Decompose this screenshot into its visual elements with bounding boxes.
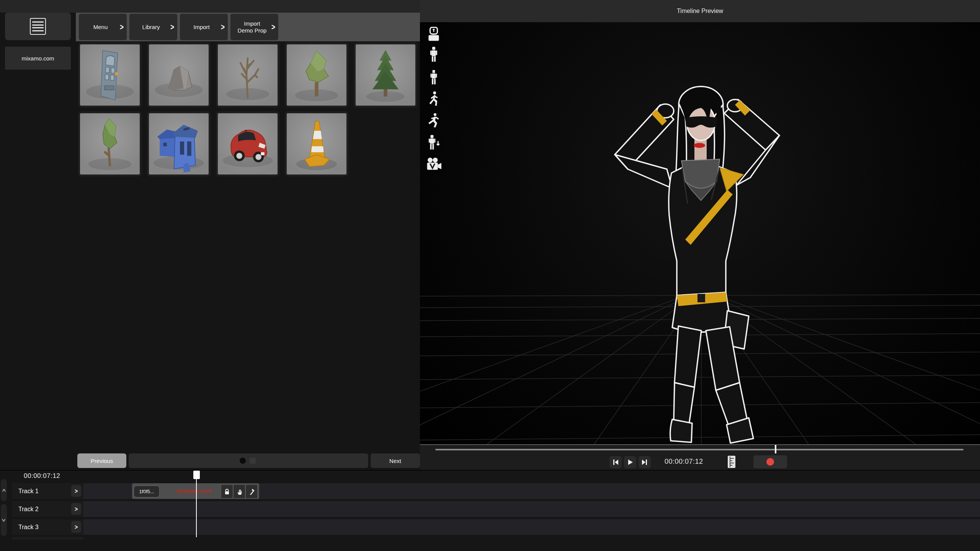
- next-label: Next: [389, 458, 401, 464]
- previous-button[interactable]: Previous: [77, 453, 126, 468]
- viewport-header: Timeline Preview: [420, 0, 980, 22]
- track-header-1[interactable]: Track 1 >: [12, 483, 83, 499]
- play-button[interactable]: [624, 456, 636, 468]
- ruler-icon[interactable]: [727, 455, 737, 468]
- prop-thumbnail-leafy-tree[interactable]: [285, 42, 348, 108]
- prop-thumbnail-blue-house[interactable]: [147, 111, 211, 176]
- track-3-label: Track 3: [18, 524, 39, 531]
- character-model[interactable]: [585, 81, 815, 445]
- menu-button[interactable]: Menu >: [79, 14, 127, 40]
- timeline-timecode: 00:00:07:12: [24, 472, 60, 480]
- prop-thumbnail-pine-tree[interactable]: [354, 42, 417, 108]
- chevron-right-icon: >: [271, 22, 275, 32]
- running-person-icon[interactable]: [425, 111, 443, 130]
- hand-icon[interactable]: [233, 484, 245, 499]
- library-button[interactable]: Library >: [129, 14, 177, 40]
- skip-start-button[interactable]: [609, 456, 622, 468]
- standing-person-icon[interactable]: [425, 45, 443, 64]
- prop-thumbnail-door[interactable]: [78, 42, 142, 108]
- track-2-label: Track 2: [18, 506, 39, 513]
- prop-thumbnail-round-tree[interactable]: [78, 111, 142, 176]
- menu-button-label: Menu: [93, 24, 108, 30]
- video-camera-icon[interactable]: [425, 155, 443, 173]
- person-exit-down-icon[interactable]: [425, 133, 443, 152]
- animation-clip[interactable]: 1f0f5... mixamo.com: [132, 483, 259, 499]
- track-2-expand-button[interactable]: >: [71, 503, 81, 515]
- app-window: Timeline Preview mixamo.com Menu > Libra…: [0, 0, 980, 551]
- page-dot-empty: [250, 458, 256, 464]
- track-1-expand-button[interactable]: >: [71, 485, 81, 497]
- track-lane-2[interactable]: [12, 501, 980, 517]
- site-label-text: mixamo.com: [21, 55, 54, 62]
- track-scroll-up-button[interactable]: >: [1, 479, 7, 501]
- lock-icon[interactable]: [221, 484, 233, 499]
- next-button[interactable]: Next: [371, 453, 420, 468]
- track-1-label: Track 1: [18, 488, 39, 495]
- walking-person-icon[interactable]: [425, 90, 443, 108]
- chevron-right-icon: >: [221, 22, 225, 32]
- skip-end-button[interactable]: [639, 456, 651, 468]
- site-label: mixamo.com: [5, 47, 71, 70]
- library-button-label: Library: [142, 24, 160, 30]
- import-button[interactable]: Import >: [180, 14, 228, 40]
- timeline-playhead-handle[interactable]: [193, 471, 200, 479]
- track-scroll-down-button[interactable]: >: [1, 504, 7, 536]
- import-demo-prop-button[interactable]: Import Demo Prop >: [230, 14, 278, 40]
- viewport-timecode: 00:00:07:12: [665, 458, 713, 466]
- prop-thumbnail-traffic-cone[interactable]: [285, 111, 348, 176]
- chevron-right-icon: >: [170, 22, 174, 32]
- track-3-expand-button[interactable]: >: [71, 521, 81, 533]
- import-button-label: Import: [193, 24, 210, 30]
- main-menu-button[interactable]: [5, 13, 71, 40]
- chevron-right-icon: >: [120, 22, 124, 32]
- axe-icon[interactable]: [245, 484, 258, 499]
- caret-down-icon: >: [0, 518, 8, 522]
- viewport-title: Timeline Preview: [677, 8, 723, 15]
- clip-id-chip[interactable]: 1f0f5...: [134, 486, 160, 497]
- track-header-2[interactable]: Track 2 >: [12, 501, 83, 517]
- record-button[interactable]: [753, 455, 787, 468]
- track-lane-4-partial: [12, 537, 83, 540]
- timeline-scrubber[interactable]: [435, 449, 964, 450]
- webcam-person-icon[interactable]: [425, 25, 443, 43]
- page-indicator-bar[interactable]: [129, 453, 368, 468]
- list-document-icon: [30, 18, 46, 35]
- clip-source-label: mixamo.com: [169, 487, 219, 494]
- prop-thumbnail-bare-tree[interactable]: [216, 42, 279, 108]
- page-dot-filled: [240, 458, 246, 464]
- prop-thumbnail-red-car[interactable]: [216, 111, 279, 176]
- standing-person-alt-icon[interactable]: [425, 68, 443, 86]
- scrubber-playhead[interactable]: [775, 445, 776, 453]
- record-dot-icon: [766, 458, 774, 466]
- timeline-playhead-line: [196, 479, 197, 537]
- prop-thumbnail-rock[interactable]: [147, 42, 211, 108]
- track-lane-3[interactable]: [12, 519, 980, 535]
- caret-up-icon: >: [0, 489, 8, 492]
- previous-label: Previous: [91, 458, 113, 464]
- import-demo-prop-label: Import Demo Prop: [236, 20, 268, 34]
- track-header-3[interactable]: Track 3 >: [12, 519, 83, 535]
